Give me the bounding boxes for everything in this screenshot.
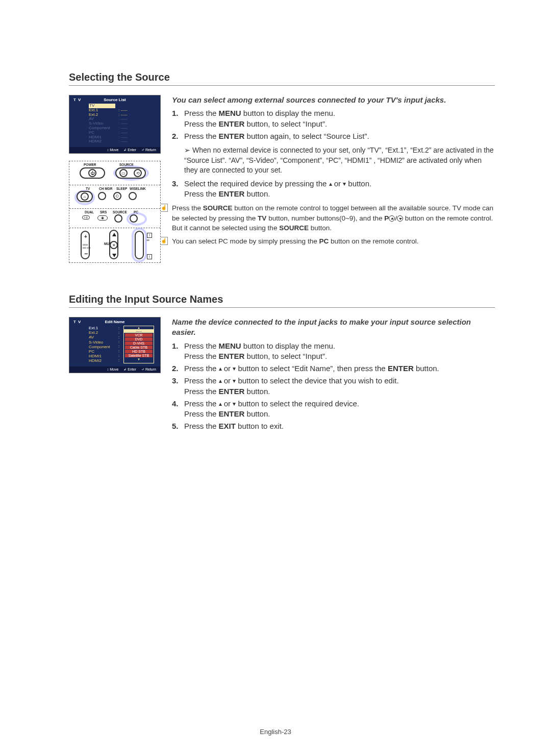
- video-icon: ▭: [119, 169, 128, 177]
- osd-tv-label: T V: [73, 320, 81, 324]
- round-button: [129, 192, 137, 200]
- label-sleep: SLEEP: [116, 187, 127, 190]
- label-wiselink: WISELINK: [130, 187, 146, 190]
- tv-button-icon: ⌂: [81, 192, 89, 201]
- osd-foot: ↕ Move↲ Enter⤶ Return: [69, 147, 160, 153]
- step-num: 3.: [172, 376, 184, 397]
- osd-title: Source List: [104, 97, 126, 102]
- plus-icon: +: [84, 234, 87, 239]
- osd-source-list: T V Source List TVExt.1: -----Ext.2: ---…: [69, 95, 161, 154]
- i-icon-1: i: [147, 233, 152, 238]
- note-arrow-icon: ➢: [184, 146, 190, 154]
- hint-text: You can select PC mode by simply pressin…: [172, 236, 419, 247]
- osd-popup: ▲ ----- VCRDVDD-VHSCable STBHD STBSatell…: [123, 326, 154, 363]
- remote-illustration: POWER SOURCE ⏻ ▭ ⟲ TV CH MGR SLEEP WISEL…: [69, 161, 161, 263]
- section-title-1: Selecting the Source: [69, 71, 495, 86]
- osd-row: Ext.1: [89, 326, 118, 330]
- label-chmgr: CH MGR: [99, 187, 112, 190]
- step-body: Press the ENTER button again, to select …: [184, 131, 495, 141]
- popup-option: Cable STB: [125, 346, 153, 349]
- popup-option: DVD: [125, 337, 153, 341]
- step-body: Press the or button to select “Edit Name…: [184, 363, 495, 374]
- srs-button: ◉: [97, 215, 108, 221]
- osd-row: S-Video: [89, 340, 118, 345]
- minus-icon: −: [84, 250, 88, 257]
- step-body: Press the or button to select the device…: [184, 376, 495, 397]
- osd-title: Edit Name: [105, 320, 124, 324]
- osd-row: HDMI1: [89, 354, 118, 358]
- ch-down-icon: [397, 215, 403, 222]
- step-num: 5.: [172, 421, 184, 431]
- popup-option: Satellite STB: [125, 354, 153, 357]
- step-num: 3.: [172, 179, 184, 200]
- step-num: 2.: [172, 363, 184, 374]
- step-body: Press the EXIT button to exit.: [184, 421, 495, 431]
- label-srs: SRS: [100, 210, 107, 214]
- popup-option: HD STB: [125, 350, 153, 353]
- pc-button: [130, 214, 138, 223]
- intro-2: Name the device connected to the input j…: [172, 317, 495, 338]
- popup-option: VCR: [125, 333, 153, 337]
- step-body: Select the required device by pressing t…: [184, 179, 495, 200]
- round-button: [98, 192, 106, 200]
- osd-foot: ↕ Move↲ Enter⤶ Return: [69, 367, 160, 373]
- osd-tv-label: T V: [73, 97, 81, 102]
- osd-row: PC: [89, 349, 118, 354]
- nav-up-icon: [112, 233, 116, 236]
- label-power: POWER: [84, 163, 96, 166]
- step-num: 1.: [172, 341, 184, 362]
- osd-row: HDMI2: -----: [89, 139, 156, 144]
- step-body: Press the or button to select the requir…: [184, 399, 495, 420]
- osd-row: Ext.2: [89, 330, 118, 335]
- step-body: Press the MENU button to display the men…: [184, 341, 495, 362]
- popup-option: D-VHS: [125, 342, 153, 345]
- step-body: Press the MENU button to display the men…: [184, 108, 495, 129]
- nav-down-icon: [112, 254, 116, 257]
- hint-text: Press the SOURCE button on the remote co…: [172, 203, 495, 233]
- label-source2: SOURCE: [113, 210, 127, 214]
- label-dual: DUAL: [85, 210, 94, 214]
- dots-icon: ooooo oo: [83, 243, 90, 249]
- ch-up-icon: [389, 215, 395, 222]
- power-icon: ⏻: [88, 169, 96, 177]
- hint-icon: ☝: [160, 237, 168, 245]
- step-num: 4.: [172, 399, 184, 420]
- source-button: [114, 214, 122, 223]
- hint-icon: ☝: [160, 204, 168, 212]
- intro-1: You can select among external sources co…: [172, 95, 495, 105]
- osd-row: Component: [89, 345, 118, 349]
- osd-edit-name: T V Edit Name Ext.1Ext.2AVS-VideoCompone…: [69, 317, 161, 373]
- source-icon: ⟲: [134, 169, 142, 177]
- osd-row: AV: [89, 335, 118, 339]
- step-num: 2.: [172, 131, 184, 141]
- popup-selected: -----: [124, 329, 154, 333]
- subnote: ➢When no external device is connected to…: [184, 145, 495, 176]
- i-icon-2: i: [147, 254, 152, 259]
- section-title-2: Editing the Input Source Names: [69, 294, 495, 308]
- dual-button: I-II: [82, 215, 90, 220]
- round-button: ⏲: [113, 192, 121, 200]
- step-num: 1.: [172, 108, 184, 129]
- page-number: English-23: [260, 728, 291, 736]
- osd-row: HDMI2: [89, 358, 118, 363]
- mute-icon: ✕: [110, 241, 118, 249]
